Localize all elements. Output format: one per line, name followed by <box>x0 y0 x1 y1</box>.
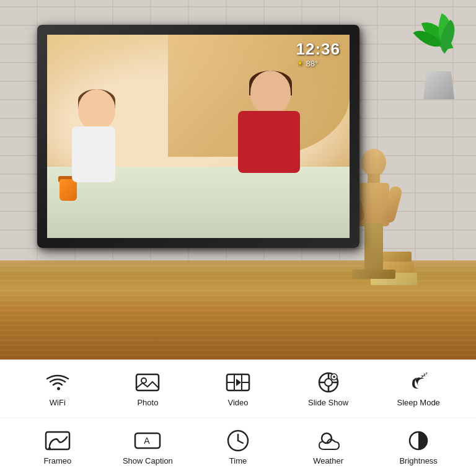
svg-point-1 <box>141 378 146 383</box>
video-label: Video <box>227 398 248 407</box>
frameo-label: Frameo <box>43 456 71 465</box>
slideshow-icon <box>315 371 342 394</box>
menu-row-2: Frameo A Show Caption Time <box>0 418 476 476</box>
svg-rect-0 <box>136 374 159 390</box>
slideshow-label: Slide Show <box>308 398 348 407</box>
svg-text:z: z <box>426 371 428 375</box>
wifi-label: WiFi <box>50 398 66 407</box>
svg-point-9 <box>325 379 332 386</box>
frameo-icon <box>44 429 71 452</box>
menu-item-wifi[interactable]: WiFi <box>20 371 95 407</box>
menu-item-video[interactable]: Video <box>201 371 275 407</box>
wifi-icon <box>44 371 71 394</box>
menu-item-time[interactable]: Time <box>201 429 275 465</box>
menu-item-slideshow[interactable]: Slide Show <box>291 371 366 407</box>
digital-photo-frame[interactable]: 12:36 ☀ 88° <box>37 25 359 248</box>
time-icon <box>224 429 252 452</box>
weather-label: Weather <box>313 456 343 465</box>
menu-item-photo[interactable]: Photo <box>110 371 185 407</box>
svg-line-25 <box>238 441 243 443</box>
menu-item-sleep[interactable]: z z z Sleep Mode <box>381 371 456 407</box>
caption-label: Show Caption <box>123 456 173 465</box>
menu-item-caption[interactable]: A Show Caption <box>110 429 185 465</box>
sleep-label: Sleep Mode <box>397 398 439 407</box>
temperature: 88° <box>306 59 319 68</box>
brightness-label: Brightness <box>399 456 437 465</box>
brightness-icon <box>405 429 432 452</box>
photo-frame-section: 12:36 ☀ 88° <box>0 0 476 359</box>
photo-label: Photo <box>137 398 158 407</box>
clock-display: 12:36 ☀ 88° <box>296 41 341 68</box>
plant-decoration <box>414 12 464 99</box>
sleep-icon: z z z <box>405 371 432 394</box>
svg-point-26 <box>322 433 332 443</box>
clock-time: 12:36 <box>296 41 341 57</box>
menu-item-weather[interactable]: Weather <box>291 429 366 465</box>
time-label: Time <box>229 456 247 465</box>
svg-text:A: A <box>144 436 151 446</box>
photo-icon <box>134 371 161 394</box>
menu-item-frameo[interactable]: Frameo <box>20 429 95 465</box>
caption-icon: A <box>134 429 161 452</box>
weather-display: ☀ 88° <box>296 58 341 68</box>
video-icon <box>224 371 252 394</box>
sun-icon: ☀ <box>296 58 304 68</box>
menu-item-brightness[interactable]: Brightness <box>381 429 456 465</box>
svg-marker-7 <box>236 379 241 386</box>
bottom-menu: WiFi Photo <box>0 359 476 476</box>
menu-row-1: WiFi Photo <box>0 360 476 418</box>
weather-icon <box>315 429 342 452</box>
